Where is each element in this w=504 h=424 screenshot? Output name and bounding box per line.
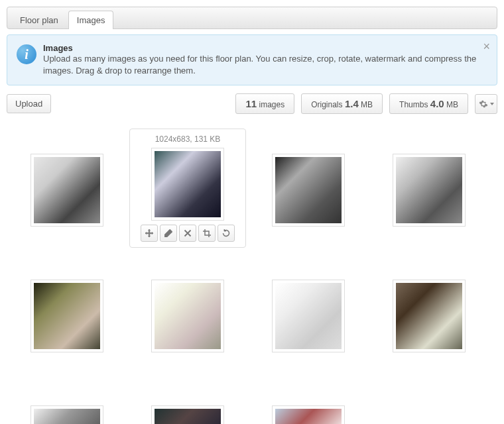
tab-images[interactable]: Images	[68, 11, 114, 29]
stat-thumbs-size[interactable]: Thumbs 4.0 MB	[389, 93, 468, 114]
alert-title: Images	[43, 43, 477, 53]
settings-button[interactable]	[475, 94, 497, 114]
crop-icon	[203, 229, 211, 237]
image-count-number: 11	[245, 98, 257, 109]
image-thumbnail[interactable]	[393, 280, 466, 352]
rotate-button[interactable]	[218, 225, 235, 242]
image-thumbnail[interactable]	[31, 154, 103, 227]
image-thumbnail[interactable]	[393, 154, 466, 227]
edit-button[interactable]	[160, 225, 177, 242]
thumbs-label: Thumbs	[399, 100, 428, 109]
pencil-icon	[164, 229, 172, 237]
image-thumbnail[interactable]	[151, 148, 224, 221]
alert-body: Upload as many images as you need for th…	[43, 54, 476, 76]
image-thumbnail-selected[interactable]: 1024x683, 131 KB	[129, 129, 246, 248]
tab-floor-plan[interactable]: Floor plan	[11, 11, 67, 29]
thumbnail-actions	[141, 225, 235, 242]
image-grid: 1024x683, 131 KB	[7, 127, 497, 424]
move-button[interactable]	[141, 225, 158, 242]
stat-originals-size[interactable]: Originals 1.4 MB	[301, 93, 383, 114]
image-thumbnail[interactable]	[272, 405, 345, 424]
originals-label: Originals	[311, 100, 342, 109]
image-thumbnail[interactable]	[151, 280, 224, 352]
close-icon[interactable]: ×	[483, 40, 490, 52]
image-thumbnail[interactable]	[31, 280, 103, 352]
upload-button[interactable]: Upload	[7, 94, 51, 113]
tabbar: Floor plan Images	[7, 7, 497, 29]
close-icon	[184, 229, 192, 237]
originals-number: 1.4	[345, 98, 359, 109]
originals-unit: MB	[361, 100, 373, 109]
info-alert: i × Images Upload as many images as you …	[7, 34, 497, 85]
move-icon	[145, 229, 153, 237]
rotate-icon	[222, 229, 230, 237]
thumbs-number: 4.0	[430, 98, 444, 109]
thumbs-unit: MB	[446, 100, 458, 109]
image-thumbnail[interactable]	[272, 154, 345, 227]
image-thumbnail[interactable]	[31, 405, 103, 424]
caret-down-icon	[490, 103, 494, 105]
image-thumbnail[interactable]	[272, 280, 345, 352]
toolbar: Upload 11 images Originals 1.4 MB Thumbs…	[7, 93, 497, 114]
crop-button[interactable]	[198, 225, 216, 242]
delete-button[interactable]	[179, 225, 196, 242]
gear-icon	[479, 99, 488, 109]
info-icon: i	[17, 44, 36, 64]
image-count-label: images	[259, 100, 285, 109]
stat-image-count[interactable]: 11 images	[235, 93, 294, 114]
image-thumbnail[interactable]	[151, 405, 224, 424]
selected-dimensions: 1024x683, 131 KB	[155, 134, 221, 144]
